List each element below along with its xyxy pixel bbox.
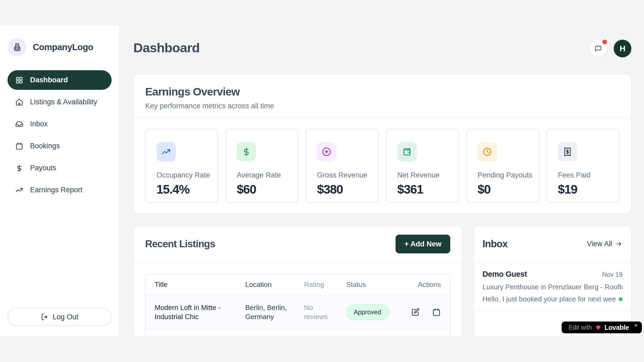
trending-up-icon [15,186,23,194]
metric-value: $0 [478,182,539,197]
sidebar-item-bookings[interactable]: Bookings [8,136,112,156]
column-header-rating: Rating [304,280,346,289]
sidebar-item-inbox[interactable]: Inbox [8,114,112,134]
recent-listings-card: Recent Listings + Add New Title Location… [133,226,462,336]
add-new-button[interactable]: + Add New [396,235,450,253]
lovable-heart-icon [595,324,601,331]
page-title: Dashboard [133,40,200,55]
metric-value: $361 [397,182,459,197]
clock-icon [478,142,497,161]
edit-with-lovable-badge[interactable]: Edit with Lovable × [562,322,642,333]
inbox-header: Inbox View All [474,226,631,262]
recent-listings-header: Recent Listings + Add New [134,226,462,263]
dollar-sign-icon [15,164,23,172]
metric-value: 15.4% [156,182,218,197]
inbox-card: Inbox View All Demo Guest Nov 19 Luxury … [474,226,631,336]
close-icon[interactable]: × [634,322,638,328]
grid-icon [15,76,23,84]
arrow-up-circle-icon [317,142,336,161]
view-all-link[interactable]: View All [587,240,623,248]
sidebar-item-earnings-report[interactable]: Earnings Report [8,180,112,200]
metric-value: $60 [237,182,298,197]
earnings-title: Earnings Overview [145,86,620,98]
recent-listings-title: Recent Listings [145,238,215,250]
table-row-partial [146,329,450,336]
brand-name: CompanyLogo [33,42,93,52]
column-header-location: Location [245,280,304,289]
app-viewport: CompanyLogo Dashboard Listings & Availab… [0,0,644,336]
sidebar-item-label: Bookings [30,142,60,150]
badge-prefix: Edit with [569,324,592,331]
unread-dot [619,297,623,301]
table-header-row: Title Location Rating Status Actions [146,274,450,295]
listing-title: Modern Loft in Mitte - Industrial Chic [146,303,245,321]
logout-icon [41,313,48,321]
metric-label: Fees Paid [558,171,619,179]
earnings-header: Earnings Overview Key performance metric… [134,74,631,118]
sidebar-item-label: Payouts [30,164,56,172]
inbox-message-item[interactable]: Demo Guest Nov 19 Luxury Penthouse in Pr… [474,262,631,311]
inbox-icon [15,120,23,128]
message-preview: Hello, I just booked your place for next… [482,295,616,303]
metric-label: Gross Revenue [317,171,378,179]
listing-rating: No reviews [304,303,346,321]
metrics-row: Occupancy Rate 15.4% Average Rate $60 [145,129,620,203]
metric-net-revenue: Net Revenue $361 [386,129,459,203]
message-date: Nov 19 [602,271,623,278]
sidebar-item-payouts[interactable]: Payouts [8,158,112,178]
metric-fees-paid: Fees Paid $19 [547,129,620,203]
calendar-icon[interactable] [432,308,441,317]
metric-pending-payouts: Pending Payouts $0 [466,129,539,203]
sidebar-item-listings[interactable]: Listings & Availability [8,92,112,112]
main-content: Dashboard H Earnings Overview Key perfor… [119,0,644,336]
avatar[interactable]: H [614,40,631,57]
badge-brand: Lovable [605,324,629,331]
metric-value: $19 [558,182,619,197]
metric-label: Occupancy Rate [156,171,218,179]
home-icon [15,98,23,106]
messages-button[interactable] [590,40,607,57]
edit-icon[interactable] [411,308,420,317]
column-header-actions: Actions [407,280,450,289]
listings-table: Title Location Rating Status Actions Mod… [145,274,450,336]
earnings-overview-card: Earnings Overview Key performance metric… [133,74,631,214]
sidebar-nav: Dashboard Listings & Availability Inbox [8,70,112,200]
sidebar-item-label: Earnings Report [30,186,82,194]
trending-up-icon [156,142,176,161]
status-badge: Approved [346,304,389,320]
sidebar-item-label: Listings & Availability [30,98,97,106]
listing-location: Berlin, Berlin, Germany [245,303,304,321]
view-all-label: View All [587,240,612,248]
table-row[interactable]: Modern Loft in Mitte - Industrial Chic B… [146,295,450,329]
listing-status: Approved [346,304,407,320]
listing-actions [407,308,450,317]
logout-label: Log Out [53,313,78,321]
sidebar-item-dashboard[interactable]: Dashboard [8,70,112,90]
notification-dot [602,40,607,44]
sidebar-item-label: Inbox [30,120,48,128]
metric-value: $380 [317,182,378,197]
sidebar-item-label: Dashboard [30,76,68,84]
metric-label: Pending Payouts [478,171,539,179]
brand: CompanyLogo [8,38,112,56]
metric-gross-revenue: Gross Revenue $380 [306,129,379,203]
avatar-initial: H [620,44,625,53]
dollar-sign-icon [237,142,256,161]
sidebar: CompanyLogo Dashboard Listings & Availab… [0,26,119,336]
message-subject: Luxury Penthouse in Prenzlauer Berg - Ro… [482,283,623,291]
metric-label: Net Revenue [397,171,459,179]
receipt-icon [558,142,577,161]
earnings-subtitle: Key performance metrics across all time [145,102,620,110]
logout-button[interactable]: Log Out [8,308,112,326]
inbox-title: Inbox [482,238,508,250]
company-logo-icon [8,38,26,56]
arrow-right-icon [615,240,623,248]
column-header-status: Status [346,280,407,289]
wallet-icon [397,142,417,161]
metric-label: Average Rate [237,171,298,179]
column-header-title: Title [146,280,245,289]
metric-occupancy-rate: Occupancy Rate 15.4% [145,129,218,203]
chat-bubble-icon [594,45,602,52]
metric-average-rate: Average Rate $60 [225,129,298,203]
message-sender: Demo Guest [482,270,527,279]
